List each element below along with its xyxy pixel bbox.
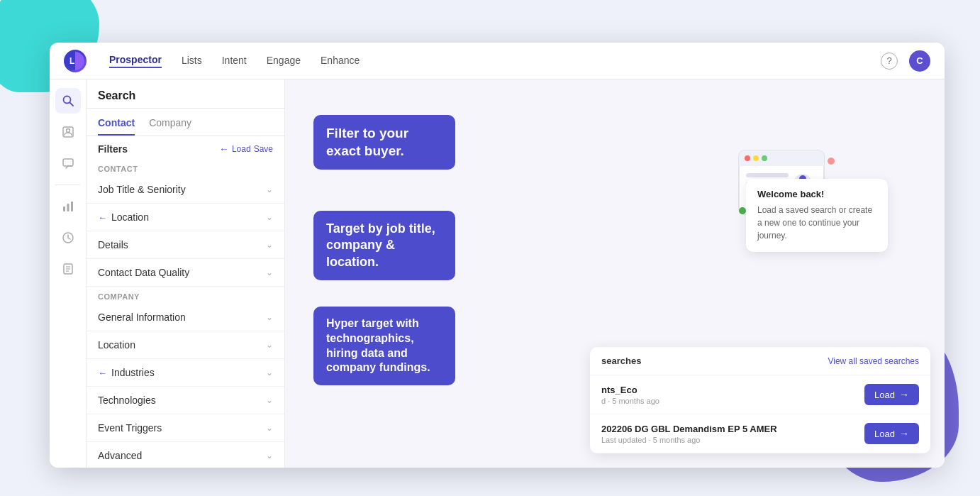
filter-details[interactable]: Details ⌄ [87, 231, 284, 259]
saved-search-name-0: nts_Eco [601, 385, 659, 395]
sidebar-divider [55, 184, 81, 185]
content-area: Filter to your exact buyer. Target by jo… [285, 79, 945, 468]
filter-advanced[interactable]: Advanced ⌄ [87, 442, 284, 468]
top-nav: L Prospector Lists Intent Engage Enhance… [50, 43, 945, 79]
arrow-icon-1: → [899, 428, 909, 439]
sidebar-icon-contacts[interactable] [55, 119, 81, 145]
arrow-left-icon: ← [219, 143, 229, 155]
svg-line-3 [69, 103, 73, 106]
filters-header-row: Filters ← Load Save [87, 136, 284, 159]
sidebar-icon-analytics[interactable] [55, 194, 81, 219]
welcome-card: Welcome back! Load a saved search or cre… [746, 179, 888, 252]
svg-point-18 [745, 155, 750, 161]
chevron-advanced: ⌄ [266, 451, 273, 461]
filter-panel: Search Contact Company Filters ← Load Sa… [87, 79, 285, 468]
sidebar-icon-search[interactable] [55, 88, 81, 114]
svg-rect-17 [739, 159, 824, 166]
saved-search-name-1: 202206 DG GBL Demandism EP 5 AMER [601, 424, 777, 434]
tooltip-bubble-3: Hyper target with technographics, hiring… [313, 307, 455, 385]
app-logo: L [64, 50, 87, 72]
filter-industries[interactable]: ← Industries ⌄ [87, 359, 284, 387]
chevron-event-triggers: ⌄ [266, 423, 273, 433]
welcome-text: Load a saved search or create a new one … [757, 204, 876, 242]
sidebar-icon-files[interactable] [55, 256, 81, 282]
svg-point-30 [828, 158, 835, 165]
tooltip-bubble-2: Target by job title, company & location. [313, 211, 455, 280]
filter-location-company[interactable]: Location ⌄ [87, 331, 284, 359]
tab-contact[interactable]: Contact [98, 117, 135, 136]
chevron-location: ⌄ [266, 212, 273, 222]
svg-point-5 [66, 129, 69, 133]
sidebar-icon-messages[interactable] [55, 150, 81, 176]
saved-search-meta-0: d · 5 months ago [601, 397, 659, 405]
main-body: Search Contact Company Filters ← Load Sa… [50, 79, 945, 468]
sidebar-icons [50, 79, 87, 468]
sidebar-icon-history[interactable] [55, 225, 81, 250]
chevron-details: ⌄ [266, 240, 273, 250]
svg-rect-9 [71, 202, 73, 211]
saved-search-item-1: 202206 DG GBL Demandism EP 5 AMER Last u… [590, 414, 930, 453]
nav-items: Prospector Lists Intent Engage Enhance [109, 54, 858, 68]
load-link[interactable]: Load [232, 144, 251, 154]
svg-rect-8 [67, 204, 69, 211]
user-avatar[interactable]: C [909, 50, 930, 72]
nav-intent[interactable]: Intent [222, 55, 247, 67]
filter-general-info[interactable]: General Information ⌄ [87, 304, 284, 331]
arrow-icon-0: → [899, 389, 909, 400]
saved-search-item-0: nts_Eco d · 5 months ago Load → [590, 375, 930, 414]
nav-right: ? C [881, 50, 930, 72]
help-button[interactable]: ? [881, 53, 898, 70]
svg-rect-7 [63, 206, 65, 211]
saved-searches-panel: searches View all saved searches nts_Eco… [590, 347, 930, 453]
chevron-general-info: ⌄ [266, 312, 273, 322]
svg-point-20 [762, 155, 767, 161]
view-all-searches-link[interactable]: View all saved searches [828, 356, 919, 366]
company-section-label: Company [87, 287, 284, 304]
nav-engage[interactable]: Engage [267, 55, 301, 67]
filter-contact-quality[interactable]: Contact Data Quality ⌄ [87, 259, 284, 287]
svg-point-19 [753, 155, 759, 161]
load-button-0[interactable]: Load → [864, 384, 919, 405]
chevron-location-company: ⌄ [266, 340, 273, 350]
saved-searches-title: searches [601, 356, 641, 366]
svg-text:L: L [69, 56, 74, 66]
filter-location-contact[interactable]: ← Location ⌄ [87, 204, 284, 231]
welcome-title: Welcome back! [757, 189, 876, 199]
filter-event-triggers[interactable]: Event Triggers ⌄ [87, 414, 284, 442]
nav-enhance[interactable]: Enhance [321, 55, 360, 67]
chevron-industries: ⌄ [266, 368, 273, 377]
filter-actions: ← Load Save [219, 143, 273, 155]
filter-technologies[interactable]: Technologies ⌄ [87, 387, 284, 414]
saved-search-meta-1: Last updated · 5 months ago [601, 436, 777, 444]
filter-panel-title: Search [87, 79, 284, 109]
arrow-location-icon: ← [98, 212, 107, 223]
filters-label: Filters [98, 143, 128, 155]
svg-rect-21 [746, 173, 789, 177]
arrow-industries-icon: ← [98, 368, 107, 378]
tooltip-bubble-1: Filter to your exact buyer. [313, 115, 455, 170]
svg-point-29 [739, 207, 746, 214]
filter-tabs: Contact Company [87, 109, 284, 136]
chevron-quality: ⌄ [266, 268, 273, 277]
load-button-1[interactable]: Load → [864, 423, 919, 444]
save-link[interactable]: Save [254, 144, 273, 154]
tab-company[interactable]: Company [149, 117, 191, 136]
filter-job-title[interactable]: Job Title & Seniority ⌄ [87, 176, 284, 204]
chevron-technologies: ⌄ [266, 395, 273, 405]
nav-lists[interactable]: Lists [182, 55, 202, 67]
svg-rect-6 [63, 159, 73, 166]
contact-section-label: Contact [87, 159, 284, 176]
browser-window: L Prospector Lists Intent Engage Enhance… [50, 43, 945, 468]
nav-prospector[interactable]: Prospector [109, 54, 162, 68]
chevron-job-title: ⌄ [266, 184, 273, 194]
saved-searches-header: searches View all saved searches [590, 347, 930, 375]
